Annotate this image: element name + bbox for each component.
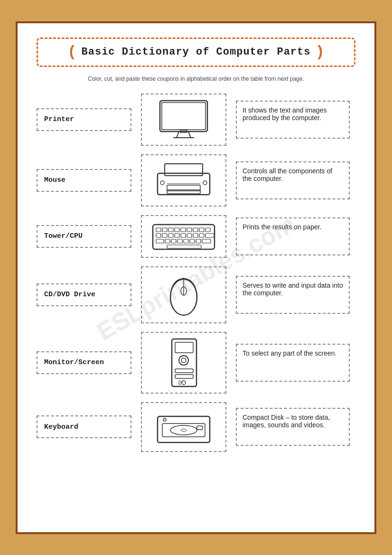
svg-rect-48 [175,369,193,373]
header-box: ( Basic Dictionary of Computer Parts ) [37,38,355,67]
bracket-left: ( [67,45,76,60]
page-title: Basic Dictionary of Computer Parts [82,46,311,58]
svg-rect-30 [199,234,204,237]
name-box-monitor: Monitor/Screen [37,351,131,374]
image-box-cddvd [141,402,226,452]
svg-rect-18 [181,228,186,232]
svg-point-46 [179,356,188,365]
svg-point-55 [181,429,187,431]
svg-rect-17 [175,228,179,232]
svg-rect-32 [156,239,164,243]
name-box-tower: Tower/CPU [37,225,131,248]
name-box-printer: Printer [37,108,131,131]
svg-rect-38 [196,239,201,243]
svg-point-10 [160,181,164,185]
svg-point-57 [163,418,166,421]
svg-line-2 [177,132,179,138]
svg-rect-0 [160,101,207,132]
image-box-printer [141,154,226,207]
desc-box-printer: Controls all the components of the compu… [236,161,350,199]
image-box-keyboard [141,215,226,258]
svg-line-3 [188,132,191,138]
svg-rect-35 [177,239,182,243]
desc-box-cddvd: Compact Disk – to store data, images, so… [236,408,350,446]
svg-point-50 [182,381,186,385]
svg-rect-31 [205,234,214,237]
svg-rect-45 [175,342,193,353]
svg-rect-16 [168,228,173,232]
svg-rect-39 [202,239,211,243]
svg-point-47 [181,358,186,363]
svg-rect-40 [167,245,201,248]
instruction: Color, cut, and paste these coupons in a… [37,75,355,82]
svg-rect-29 [193,234,198,237]
content-grid: Printer It shows the text and images pro… [37,94,355,452]
svg-rect-56 [197,426,203,430]
svg-rect-14 [156,228,161,232]
name-box-mouse: Mouse [37,169,131,192]
desc-box-monitor: It shows the text and images produced by… [236,101,350,139]
page: ESLprintables.com ( Basic Dictionary of … [16,21,376,534]
svg-rect-51 [179,381,181,385]
svg-rect-24 [162,234,167,237]
image-box-tower [141,332,226,394]
bracket-right: ) [315,45,324,60]
image-box-monitor [141,94,226,146]
svg-rect-27 [181,234,186,237]
svg-rect-26 [175,234,179,237]
name-box-keyboard: Keyboard [37,415,131,438]
name-box-cddvd: CD/DVD Drive [37,283,131,306]
svg-rect-20 [193,228,198,232]
svg-rect-25 [168,234,173,237]
desc-box-keyboard: Prints the results on paper. [236,217,350,255]
svg-rect-33 [165,239,170,243]
svg-rect-23 [156,234,161,237]
svg-rect-37 [190,239,195,243]
svg-point-54 [170,425,197,435]
svg-rect-28 [187,234,192,237]
svg-rect-22 [205,228,210,232]
svg-rect-49 [175,375,193,378]
desc-box-tower: To select any part of the screen. [236,344,350,382]
svg-point-11 [203,181,207,185]
svg-rect-19 [187,228,192,232]
desc-box-mouse: Serves to write and input data into the … [236,276,350,314]
svg-rect-9 [167,190,200,194]
svg-rect-1 [162,103,205,130]
image-box-mouse [141,266,226,323]
svg-rect-21 [199,228,204,232]
svg-rect-36 [184,239,188,243]
svg-rect-15 [162,228,167,232]
svg-rect-34 [171,239,176,243]
